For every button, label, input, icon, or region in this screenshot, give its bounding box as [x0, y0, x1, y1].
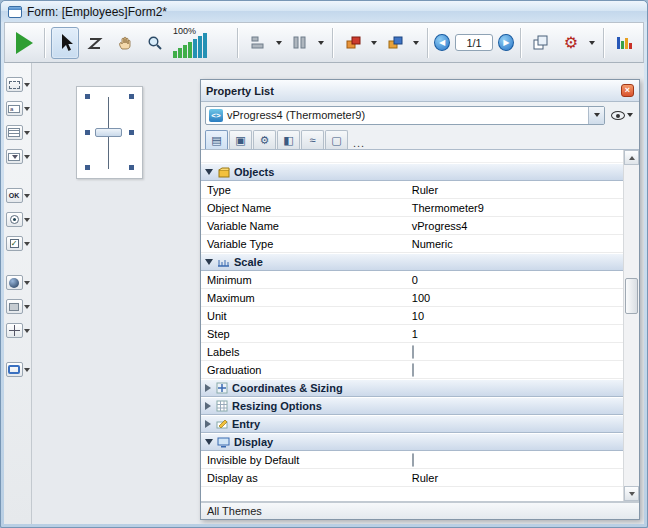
close-button[interactable]: × [621, 84, 634, 97]
zoom-bar[interactable] [178, 48, 182, 58]
section-header-entry[interactable]: Entry [201, 415, 623, 433]
tab-settings[interactable]: ⚙ [253, 130, 276, 149]
database-objects-button[interactable] [610, 27, 638, 59]
execute-form-button[interactable] [10, 27, 38, 59]
selection-handle[interactable] [129, 130, 134, 135]
chevron-down-icon[interactable] [24, 329, 30, 333]
next-page-button[interactable]: ▶ [498, 34, 514, 51]
zoom-bar[interactable] [173, 51, 177, 58]
selection-handle[interactable] [129, 94, 134, 99]
property-value[interactable]: 1 [408, 328, 623, 340]
property-value[interactable]: Ruler [408, 184, 623, 196]
line-tool[interactable] [6, 323, 30, 338]
form-actions-button[interactable]: ⚙ [557, 27, 585, 59]
pan-tool-button[interactable] [111, 27, 139, 59]
combo-dropdown-button[interactable] [588, 107, 604, 124]
disclosure-triangle-icon[interactable] [205, 439, 213, 445]
form-page[interactable] [76, 86, 143, 179]
scrollbar-thumb[interactable] [625, 278, 638, 314]
list-box-tool[interactable] [6, 125, 30, 140]
input-tool-button[interactable]: a [6, 101, 23, 116]
chevron-down-icon[interactable] [24, 83, 30, 87]
checkbox-tool[interactable]: ✓ [6, 236, 30, 251]
scroll-up-button[interactable] [624, 150, 639, 165]
disclosure-triangle-icon[interactable] [205, 169, 213, 175]
property-value[interactable]: Ruler [408, 472, 623, 484]
input-tool[interactable]: a [6, 101, 30, 116]
radio-button-tool[interactable] [6, 212, 30, 227]
property-value[interactable]: 0 [408, 274, 623, 286]
chevron-down-icon[interactable] [24, 131, 30, 135]
zoom-bar[interactable] [193, 39, 197, 58]
tab-objects[interactable]: ▤ [205, 130, 228, 149]
property-list-header[interactable]: Property List × [201, 80, 639, 102]
button-tool[interactable]: OK [6, 188, 30, 203]
button-tool-button[interactable]: OK [6, 188, 23, 203]
chevron-down-icon[interactable] [24, 368, 30, 372]
disclosure-triangle-icon[interactable] [205, 259, 213, 265]
rectangle-tool-button[interactable] [6, 299, 23, 314]
checkbox-tool-button[interactable]: ✓ [6, 236, 23, 251]
tab-picture[interactable]: ▣ [229, 130, 252, 149]
scroll-down-button[interactable] [624, 486, 639, 501]
zoom-bar[interactable] [188, 42, 192, 58]
rectangle-tool[interactable] [6, 299, 30, 314]
graduation-checkbox[interactable] [412, 363, 414, 377]
section-header-objects[interactable]: Objects [201, 163, 623, 181]
chevron-down-icon[interactable] [24, 155, 30, 159]
indicator-tool-button[interactable] [6, 275, 23, 290]
selection-handle[interactable] [85, 130, 90, 135]
disclosure-triangle-icon[interactable] [205, 402, 211, 410]
object-order-button[interactable] [381, 27, 409, 59]
selection-handle[interactable] [85, 94, 90, 99]
indicator-tool[interactable] [6, 275, 30, 290]
duplicate-button[interactable] [339, 27, 367, 59]
subform-tool[interactable] [6, 362, 30, 377]
tab-overflow[interactable]: ... [353, 137, 365, 149]
text-tool-button[interactable] [6, 77, 23, 92]
subform-tool-button[interactable] [6, 362, 23, 377]
section-header-scale[interactable]: Scale [201, 253, 623, 271]
chevron-down-icon[interactable] [24, 281, 30, 285]
selection-handle[interactable] [85, 165, 90, 170]
section-header-coordinates-sizing[interactable]: Coordinates & Sizing [201, 379, 623, 397]
chevron-down-icon[interactable] [24, 218, 30, 222]
themes-footer[interactable]: All Themes [201, 502, 639, 519]
tab-events[interactable]: ≈ [301, 130, 324, 149]
zoom-bar[interactable] [198, 36, 202, 58]
chevron-down-icon[interactable] [24, 242, 30, 246]
form-canvas[interactable]: Property List × <> vProgress4 (Thermomet… [33, 63, 644, 524]
actions-dropdown[interactable] [587, 29, 597, 57]
tab-data[interactable]: ◧ [277, 130, 300, 149]
radio-tool-button[interactable] [6, 212, 23, 227]
property-value[interactable]: Thermometer9 [408, 202, 623, 214]
object-selector[interactable]: <> vProgress4 (Thermometer9) [205, 106, 605, 125]
combo-box-tool[interactable] [6, 149, 30, 164]
distribute-button[interactable] [286, 27, 314, 59]
disclosure-triangle-icon[interactable] [205, 384, 211, 392]
combo-box-tool-button[interactable] [6, 149, 23, 164]
vertical-scrollbar[interactable] [623, 150, 639, 501]
view-options-button[interactable] [609, 109, 635, 122]
chevron-down-icon[interactable] [24, 194, 30, 198]
zoom-bars-icon[interactable] [173, 33, 207, 58]
property-value[interactable]: Numeric [408, 238, 623, 250]
property-value[interactable]: 10 [408, 310, 623, 322]
distribute-dropdown[interactable] [316, 29, 326, 57]
invisible-by-default-checkbox[interactable] [412, 453, 414, 467]
disclosure-triangle-icon[interactable] [205, 420, 211, 428]
chevron-down-icon[interactable] [24, 305, 30, 309]
title-bar[interactable]: Form: [Employees]Form2* [1, 1, 647, 22]
duplicate-dropdown[interactable] [369, 29, 379, 57]
align-button[interactable] [244, 27, 272, 59]
section-header-resizing-options[interactable]: Resizing Options [201, 397, 623, 415]
property-value[interactable]: 100 [408, 292, 623, 304]
zoom-bar[interactable] [183, 45, 187, 58]
selection-handle[interactable] [129, 165, 134, 170]
draw-tool-button[interactable] [81, 27, 109, 59]
line-tool-button[interactable] [6, 323, 23, 338]
previous-page-button[interactable]: ◀ [434, 34, 450, 51]
ruler-slider[interactable] [95, 128, 122, 137]
chevron-down-icon[interactable] [24, 107, 30, 111]
tab-display[interactable]: ▢ [325, 130, 348, 149]
